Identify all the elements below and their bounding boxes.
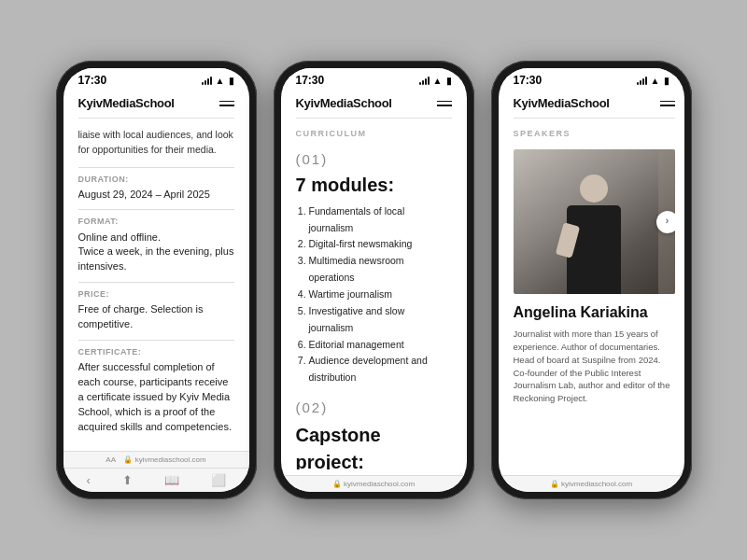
divider-2 <box>78 209 234 210</box>
divider-4 <box>78 340 234 341</box>
status-time-2: 17:30 <box>296 74 325 87</box>
format-value: Online and offline.Twice a week, in the … <box>78 231 234 275</box>
browser-url-1: AA 🔒 kyivmediaschool.com <box>106 455 205 464</box>
phone-3: 17:30 ▲ ▮ KyivMediaSchool <box>491 61 692 499</box>
price-label: PRICE: <box>78 288 234 301</box>
speaker-bio: Journalist with more than 15 years of ex… <box>514 328 675 405</box>
next-speaker-arrow[interactable]: › <box>656 211 675 233</box>
site-header-1: KyivMediaSchool <box>78 96 234 119</box>
browser-bar-2: 🔒 kyivmediaschool.com <box>281 475 467 492</box>
battery-icon: ▮ <box>229 76 234 86</box>
status-bar-2: 17:30 ▲ ▮ <box>281 68 467 89</box>
phone2-body: CURRICULUM (01) 7 modules: Fundamentals … <box>296 128 452 469</box>
wifi-icon-3: ▲ <box>651 76 660 86</box>
capstone-heading: Capstone project: <box>296 422 452 469</box>
certificate-value: After successful completion of each cour… <box>78 360 234 435</box>
status-bar-3: 17:30 ▲ ▮ <box>499 68 684 89</box>
site-logo-3: KyivMediaSchool <box>514 96 610 110</box>
list-item: Audience development anddistribution <box>309 353 452 386</box>
phone-1: 17:30 ▲ ▮ KyivMediaSchool <box>56 61 257 499</box>
speakers-section-label: SPEAKERS <box>514 128 675 140</box>
ios-bookmarks[interactable]: 📖 <box>164 473 179 487</box>
phone1-body: liaise with local audiences, and look fo… <box>78 128 234 445</box>
hamburger-menu-3[interactable] <box>660 101 675 106</box>
speaker-card: › <box>514 149 675 294</box>
hamburger-menu-2[interactable] <box>437 101 452 106</box>
browser-bar-3: 🔒 kyivmediaschool.com <box>499 475 684 492</box>
list-item: Multimedia newsroom operations <box>309 253 452 287</box>
list-item: Editorial management <box>309 337 452 354</box>
module-list: Fundamentals of local journalism Digital… <box>296 203 452 386</box>
divider-1 <box>78 167 234 168</box>
phone1-intro: liaise with local audiences, and look fo… <box>78 128 234 158</box>
capstone-number: (02) <box>296 398 452 418</box>
divider-3 <box>78 282 234 283</box>
signal-icon-3 <box>637 77 647 85</box>
site-logo-1: KyivMediaSchool <box>78 96 175 110</box>
price-value: Free of charge. Selection is competitive… <box>78 302 234 332</box>
ios-back[interactable]: ‹ <box>86 473 90 487</box>
ios-share[interactable]: ⬆ <box>122 473 133 487</box>
ios-tabs[interactable]: ⬜ <box>211 473 226 487</box>
status-icons-2: ▲ ▮ <box>419 76 452 86</box>
status-icons-3: ▲ ▮ <box>637 76 669 86</box>
browser-bar-1: AA 🔒 kyivmediaschool.com <box>63 451 249 468</box>
ios-nav-1[interactable]: ‹ ⬆ 📖 ⬜ <box>63 468 249 492</box>
status-icons-1: ▲ ▮ <box>202 76 234 86</box>
browser-url-2: 🔒 kyivmediaschool.com <box>332 480 415 488</box>
site-header-3: KyivMediaSchool <box>514 96 675 119</box>
duration-value: August 29, 2024 – April 2025 <box>78 188 234 203</box>
curriculum-section-label: CURRICULUM <box>296 128 452 140</box>
wifi-icon: ▲ <box>216 76 225 86</box>
list-item: Fundamentals of local journalism <box>309 203 452 237</box>
wifi-icon-2: ▲ <box>433 76 443 86</box>
module-heading: 7 modules: <box>296 174 452 196</box>
phone3-body: SPEAKERS <box>514 128 675 469</box>
site-header-2: KyivMediaSchool <box>296 96 452 119</box>
battery-icon-2: ▮ <box>446 76 452 86</box>
speaker-image <box>514 149 675 294</box>
format-label: FORMAT: <box>78 216 234 228</box>
scene: 17:30 ▲ ▮ KyivMediaSchool <box>37 42 711 518</box>
hamburger-menu-1[interactable] <box>219 101 234 106</box>
signal-icon <box>202 77 212 85</box>
phone-2: 17:30 ▲ ▮ KyivMediaSchool <box>274 61 474 499</box>
list-item: Investigative and slow journalism <box>309 303 452 337</box>
site-logo-2: KyivMediaSchool <box>296 96 392 110</box>
certificate-label: CERTIFICATE: <box>78 346 234 358</box>
duration-label: DURATION: <box>78 174 234 186</box>
signal-icon-2 <box>419 77 430 85</box>
module-number-01: (01) <box>296 149 452 170</box>
list-item: Wartime journalism <box>309 287 452 303</box>
battery-icon-3: ▮ <box>664 76 669 86</box>
status-time-3: 17:30 <box>514 74 543 87</box>
speaker-name: Angelina Kariakina <box>514 301 675 323</box>
browser-url-3: 🔒 kyivmediaschool.com <box>550 480 632 488</box>
status-bar-1: 17:30 ▲ ▮ <box>63 68 249 89</box>
status-time-1: 17:30 <box>78 74 107 87</box>
list-item: Digital-first newsmaking <box>309 236 452 253</box>
